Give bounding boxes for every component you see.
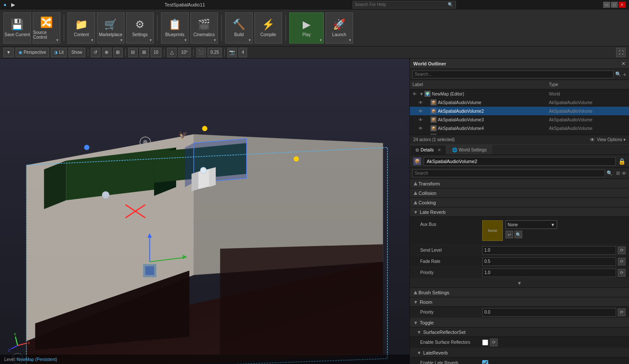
scale-icon-btn[interactable]: ⊕ xyxy=(102,48,112,57)
outliner-add-button[interactable]: + xyxy=(623,71,626,78)
send-level-reset-button[interactable]: ⟳ xyxy=(618,247,626,254)
row-label: AkSpatialAudioVolume2 xyxy=(438,109,549,114)
outliner-search-input[interactable] xyxy=(412,71,614,78)
compile-button[interactable]: ⚡ Compile xyxy=(254,12,282,43)
late-reverb-section-header[interactable]: ▼ Late Reverb xyxy=(410,207,629,217)
object-name-input[interactable] xyxy=(424,157,616,166)
visibility-icon[interactable]: 👁 xyxy=(412,92,419,96)
camera-speed-btn[interactable]: 📷 xyxy=(227,48,237,57)
view-options-area[interactable]: 👁 View Options ▾ xyxy=(590,137,626,143)
details-search-icon[interactable]: 🔍 xyxy=(607,170,613,176)
enable-late-reverb-checkbox[interactable] xyxy=(482,360,488,364)
scale-value-btn[interactable]: 0.25 xyxy=(208,48,222,57)
outliner-row-ak4[interactable]: 👁 ▶ 📦 AkSpatialAudioVolume4 AkSpatialAud… xyxy=(410,124,629,133)
priority-reset-button[interactable]: ⟳ xyxy=(618,269,626,277)
viewport[interactable]: 🦅 X Y Z N xyxy=(0,59,409,364)
details-search-input[interactable] xyxy=(412,170,605,177)
outliner-row-ak1[interactable]: 👁 ▶ 📦 AkSpatialAudioVolume AkSpatialAudi… xyxy=(410,98,629,107)
surface-reflectors-reset-button[interactable]: ⟳ xyxy=(490,339,498,346)
enable-surface-reflectors-checkbox[interactable] xyxy=(482,339,488,345)
show-button[interactable]: Show xyxy=(68,48,85,57)
transform-section-header[interactable]: ▶ Transform xyxy=(410,179,629,188)
scene-canvas: 🦅 X Y Z N xyxy=(0,59,409,364)
outliner-row-ak2-selected[interactable]: 👁 ▶ 📦 AkSpatialAudioVolume2 AkSpatialAud… xyxy=(410,107,629,115)
visibility-icon[interactable]: 👁 xyxy=(418,117,425,122)
move-icon-btn[interactable]: ⊞ xyxy=(113,48,123,57)
visibility-icon[interactable]: 👁 xyxy=(418,100,425,105)
blueprints-button[interactable]: 📋 Blueprints ▼ xyxy=(161,12,189,43)
cooking-section-header[interactable]: ▶ Cooking xyxy=(410,198,629,207)
viewport-mode-dropdown[interactable]: ▼ xyxy=(3,48,14,57)
content-button[interactable]: 📁 Content ▼ xyxy=(68,12,95,43)
surface-reflector-section-header[interactable]: ▼ SurfaceReflectorSet xyxy=(410,327,629,337)
layout-view-icon[interactable]: ⊞ xyxy=(616,170,620,176)
room-priority-reset-button[interactable]: ⟳ xyxy=(618,308,626,316)
details-tab-close-icon[interactable]: ✕ xyxy=(437,148,441,152)
play-button[interactable]: ▶ Play ▼ xyxy=(289,12,324,43)
expand-more-icon: ▼ xyxy=(517,281,522,286)
cooking-section-label: Cooking xyxy=(418,200,436,205)
maximize-button[interactable]: □ xyxy=(611,2,618,8)
rotate-icon-btn[interactable]: ↺ xyxy=(91,48,100,57)
search-for-help-input[interactable] xyxy=(353,2,448,7)
scale-snap-btn[interactable]: ⬛ xyxy=(196,48,206,57)
camera-speed-value-btn[interactable]: 4 xyxy=(239,48,247,57)
blueprints-icon: 📋 xyxy=(168,19,181,31)
perspective-button[interactable]: ◉ Perspective xyxy=(15,48,49,57)
grid-size-value: 10 xyxy=(154,50,158,55)
toggle-section-header[interactable]: ▼ Toggle xyxy=(410,318,629,327)
room-priority-input[interactable] xyxy=(482,308,616,317)
aux-bus-search-button[interactable]: 🔍 xyxy=(514,231,522,238)
lit-button[interactable]: ◑ Lit xyxy=(51,48,67,57)
details-eye-icon[interactable]: 👁 xyxy=(622,171,626,176)
minimize-button[interactable]: ─ xyxy=(603,2,610,8)
grid-size-btn[interactable]: 10 xyxy=(151,48,161,57)
save-current-button[interactable]: 💾 Save Current xyxy=(3,12,31,43)
outliner-row-newmap[interactable]: 👁 ▼ 🌍 NewMap (Editor) World xyxy=(410,89,629,98)
tab-world-settings[interactable]: 🌐 World Settings xyxy=(446,145,493,154)
surface-snapping-btn[interactable]: ⊟ xyxy=(128,48,138,57)
late-reverb2-section-header[interactable]: ▼ LateReverb xyxy=(410,348,629,358)
settings-button[interactable]: ⚙ Settings ▼ xyxy=(126,12,154,43)
lock-button[interactable]: 🔒 xyxy=(618,158,626,165)
fade-rate-input[interactable] xyxy=(482,257,616,266)
toolbar-separator-2 xyxy=(157,15,158,41)
outliner-label-column[interactable]: Label xyxy=(412,82,549,87)
rotation-angle-btn[interactable]: 10° xyxy=(178,48,191,57)
aux-bus-reset-button[interactable]: ↩ xyxy=(505,231,513,238)
source-control-button[interactable]: 🔀 Source Control ▼ xyxy=(33,12,60,43)
build-button[interactable]: 🔨 Build ▼ xyxy=(225,12,253,43)
enable-surface-reflectors-row: Enable Surface Reflectors ⟳ xyxy=(410,337,629,348)
room-section-header[interactable]: ▼ Room xyxy=(410,297,629,307)
object-icon: 📦 xyxy=(413,157,421,165)
search-area[interactable]: 🔍 xyxy=(353,1,456,9)
brush-settings-section-header[interactable]: ▶ Brush Settings xyxy=(410,288,629,297)
title-bar-icons: ● ▶ xyxy=(3,2,17,8)
visibility-icon[interactable]: 👁 xyxy=(418,126,425,131)
visibility-icon[interactable]: 👁 xyxy=(418,109,425,114)
close-button[interactable]: ✕ xyxy=(619,2,626,8)
outliner-search-button[interactable]: 🔍 xyxy=(615,71,621,77)
launch-button[interactable]: 🚀 Launch ▼ xyxy=(325,12,353,43)
priority-input[interactable] xyxy=(482,268,616,277)
actor-icon: 📦 xyxy=(431,108,437,114)
view-options-button[interactable]: View Options ▾ xyxy=(597,137,626,142)
tab-details[interactable]: ⊙ Details ✕ xyxy=(410,145,446,154)
rotation-snap-btn[interactable]: △ xyxy=(167,48,177,57)
aux-bus-dropdown[interactable]: None ▼ xyxy=(505,220,557,229)
collision-section-header[interactable]: ▶ Collision xyxy=(410,188,629,198)
window-controls[interactable]: ─ □ ✕ xyxy=(603,2,626,8)
cinematics-button[interactable]: 🎬 Cinematics ▼ xyxy=(190,12,218,43)
outliner-row-ak3[interactable]: 👁 ▶ 📦 AkSpatialAudioVolume3 AkSpatialAud… xyxy=(410,115,629,124)
fade-rate-reset-button[interactable]: ⟳ xyxy=(618,258,626,265)
send-level-input[interactable] xyxy=(482,246,616,255)
outliner-close-button[interactable]: ✕ xyxy=(621,61,626,67)
outliner-type-column[interactable]: Type xyxy=(549,82,626,87)
expand-arrow-icon[interactable]: ▼ xyxy=(419,92,424,96)
level-link[interactable]: NewMap (Persistent) xyxy=(17,357,57,362)
grid-snap-btn[interactable]: ⊞ xyxy=(139,48,149,57)
marketplace-button[interactable]: 🛒 Marketplace ▼ xyxy=(97,12,124,43)
expand-more-button[interactable]: ▼ xyxy=(410,278,629,288)
world-settings-tab-icon: 🌐 xyxy=(452,148,457,152)
viewport-fullscreen-btn[interactable]: ⛶ xyxy=(616,48,626,57)
